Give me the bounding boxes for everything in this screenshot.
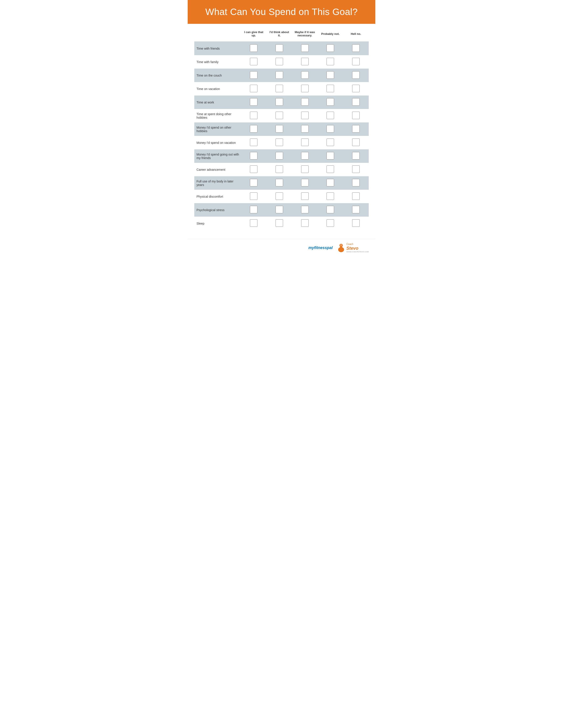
checkbox-cell[interactable]: [318, 176, 343, 190]
checkbox-input[interactable]: [275, 206, 283, 213]
checkbox-cell[interactable]: [266, 163, 292, 176]
checkbox-cell[interactable]: [241, 149, 266, 163]
checkbox-cell[interactable]: [318, 149, 343, 163]
checkbox-cell[interactable]: [241, 69, 266, 82]
checkbox-cell[interactable]: [318, 109, 343, 122]
checkbox-cell[interactable]: [241, 109, 266, 122]
checkbox-input[interactable]: [250, 112, 257, 119]
checkbox-cell[interactable]: [292, 176, 318, 190]
checkbox-cell[interactable]: [343, 42, 369, 55]
checkbox-cell[interactable]: [266, 149, 292, 163]
checkbox-cell[interactable]: [241, 42, 266, 55]
checkbox-cell[interactable]: [266, 136, 292, 149]
checkbox-input[interactable]: [275, 152, 283, 159]
checkbox-cell[interactable]: [266, 190, 292, 203]
checkbox-cell[interactable]: [292, 122, 318, 136]
checkbox-cell[interactable]: [318, 42, 343, 55]
checkbox-cell[interactable]: [241, 136, 266, 149]
checkbox-input[interactable]: [275, 58, 283, 65]
checkbox-input[interactable]: [327, 139, 334, 146]
checkbox-input[interactable]: [352, 192, 360, 200]
checkbox-input[interactable]: [301, 125, 309, 133]
checkbox-input[interactable]: [275, 85, 283, 92]
checkbox-input[interactable]: [352, 152, 360, 159]
checkbox-input[interactable]: [301, 85, 309, 92]
checkbox-input[interactable]: [301, 192, 309, 200]
checkbox-input[interactable]: [301, 98, 309, 106]
checkbox-input[interactable]: [327, 192, 334, 200]
checkbox-cell[interactable]: [292, 96, 318, 109]
checkbox-cell[interactable]: [241, 163, 266, 176]
checkbox-cell[interactable]: [292, 109, 318, 122]
checkbox-cell[interactable]: [343, 122, 369, 136]
checkbox-input[interactable]: [275, 139, 283, 146]
checkbox-cell[interactable]: [292, 203, 318, 217]
checkbox-cell[interactable]: [266, 217, 292, 230]
checkbox-cell[interactable]: [343, 136, 369, 149]
checkbox-input[interactable]: [275, 125, 283, 133]
checkbox-input[interactable]: [352, 219, 360, 227]
checkbox-input[interactable]: [327, 98, 334, 106]
checkbox-cell[interactable]: [292, 55, 318, 69]
checkbox-input[interactable]: [327, 219, 334, 227]
checkbox-cell[interactable]: [318, 122, 343, 136]
checkbox-cell[interactable]: [266, 96, 292, 109]
checkbox-cell[interactable]: [292, 42, 318, 55]
checkbox-input[interactable]: [352, 58, 360, 65]
checkbox-cell[interactable]: [241, 176, 266, 190]
checkbox-input[interactable]: [250, 44, 257, 52]
checkbox-input[interactable]: [327, 125, 334, 133]
checkbox-input[interactable]: [327, 85, 334, 92]
checkbox-input[interactable]: [352, 206, 360, 213]
checkbox-input[interactable]: [301, 44, 309, 52]
checkbox-cell[interactable]: [241, 217, 266, 230]
checkbox-input[interactable]: [327, 112, 334, 119]
checkbox-cell[interactable]: [266, 109, 292, 122]
checkbox-cell[interactable]: [266, 82, 292, 96]
checkbox-input[interactable]: [275, 165, 283, 173]
checkbox-input[interactable]: [275, 112, 283, 119]
checkbox-cell[interactable]: [292, 149, 318, 163]
checkbox-input[interactable]: [352, 139, 360, 146]
checkbox-input[interactable]: [301, 58, 309, 65]
checkbox-input[interactable]: [301, 206, 309, 213]
checkbox-cell[interactable]: [318, 136, 343, 149]
checkbox-input[interactable]: [327, 152, 334, 159]
checkbox-cell[interactable]: [343, 203, 369, 217]
checkbox-cell[interactable]: [292, 69, 318, 82]
checkbox-input[interactable]: [352, 98, 360, 106]
checkbox-input[interactable]: [250, 71, 257, 79]
checkbox-cell[interactable]: [343, 163, 369, 176]
checkbox-cell[interactable]: [318, 96, 343, 109]
checkbox-cell[interactable]: [292, 136, 318, 149]
checkbox-input[interactable]: [275, 44, 283, 52]
checkbox-input[interactable]: [250, 58, 257, 65]
checkbox-input[interactable]: [327, 165, 334, 173]
checkbox-input[interactable]: [301, 112, 309, 119]
checkbox-cell[interactable]: [266, 203, 292, 217]
checkbox-cell[interactable]: [241, 82, 266, 96]
checkbox-input[interactable]: [327, 44, 334, 52]
checkbox-cell[interactable]: [343, 69, 369, 82]
checkbox-input[interactable]: [250, 219, 257, 227]
checkbox-input[interactable]: [301, 139, 309, 146]
checkbox-input[interactable]: [301, 71, 309, 79]
checkbox-input[interactable]: [352, 44, 360, 52]
checkbox-cell[interactable]: [292, 190, 318, 203]
checkbox-input[interactable]: [352, 85, 360, 92]
checkbox-cell[interactable]: [292, 82, 318, 96]
checkbox-input[interactable]: [250, 165, 257, 173]
checkbox-input[interactable]: [352, 112, 360, 119]
checkbox-input[interactable]: [301, 179, 309, 186]
checkbox-input[interactable]: [327, 179, 334, 186]
checkbox-cell[interactable]: [241, 96, 266, 109]
checkbox-input[interactable]: [250, 152, 257, 159]
checkbox-input[interactable]: [275, 98, 283, 106]
checkbox-cell[interactable]: [241, 55, 266, 69]
checkbox-input[interactable]: [301, 165, 309, 173]
checkbox-cell[interactable]: [343, 176, 369, 190]
checkbox-cell[interactable]: [343, 82, 369, 96]
checkbox-cell[interactable]: [241, 190, 266, 203]
checkbox-cell[interactable]: [318, 217, 343, 230]
checkbox-input[interactable]: [275, 179, 283, 186]
